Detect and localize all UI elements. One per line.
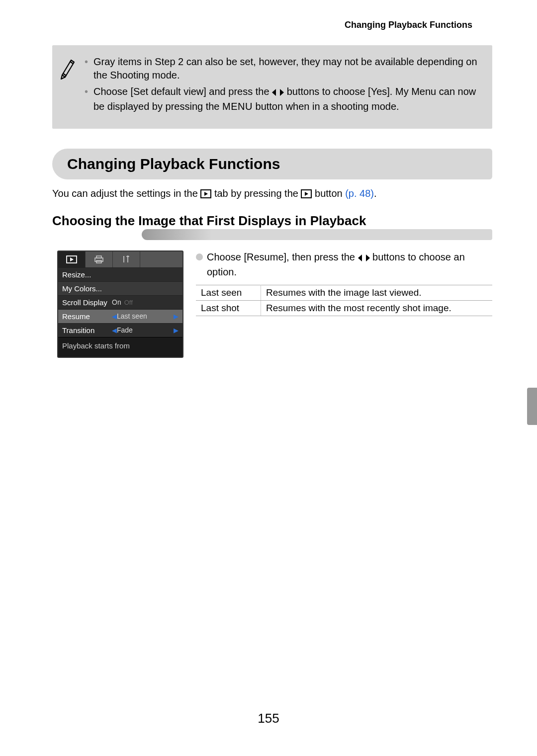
- tools-tab-icon: [113, 252, 140, 267]
- heading-bar: [142, 229, 492, 240]
- menu-item-transition: Transition ◀ Fade ▶: [58, 323, 182, 337]
- intro-text: You can adjust the settings in the tab b…: [52, 187, 492, 202]
- print-tab-icon: [86, 252, 113, 267]
- note-box: Gray items in Step 2 can also be set, ho…: [52, 45, 492, 129]
- note-text: Gray items in Step 2 can also be set, ho…: [93, 56, 477, 81]
- section-heading: Changing Playback Functions: [52, 149, 492, 179]
- subsection-heading: Choosing the Image that First Displays i…: [52, 213, 492, 229]
- right-arrow-icon: ▶: [174, 327, 179, 334]
- playback-button-icon: [301, 188, 312, 202]
- playback-tab-icon: [58, 252, 86, 267]
- menu-label: My Colors...: [62, 284, 112, 293]
- camera-tabs: [58, 252, 182, 267]
- options-table: Last seen Resumes with the image last vi…: [196, 285, 492, 316]
- menu-item-my-colors: My Colors...: [58, 281, 182, 295]
- page: Changing Playback Functions Gray items i…: [0, 0, 537, 756]
- table-row: Last seen Resumes with the image last vi…: [196, 285, 492, 300]
- menu-value: Fade: [117, 326, 133, 334]
- note-bullet-2: Choose [Set default view] and press the …: [85, 85, 481, 113]
- option-name: Last shot: [196, 300, 261, 316]
- option-desc: Resumes with the most recently shot imag…: [261, 300, 493, 316]
- page-number: 155: [0, 711, 537, 726]
- menu-label: Transition: [62, 326, 112, 335]
- left-right-arrows-icon: [272, 86, 284, 100]
- pencil-icon: [57, 56, 77, 82]
- menu-value: Last seen: [117, 312, 147, 320]
- menu-label: Scroll Display: [62, 298, 112, 307]
- instruction-bullet: Choose [Resume], then press the buttons …: [196, 251, 492, 279]
- menu-label: Resume: [62, 312, 112, 321]
- camera-menu-screenshot: Resize... My Colors... Scroll Display On…: [57, 251, 183, 358]
- side-tab: [527, 388, 537, 425]
- right-arrow-icon: ▶: [174, 313, 179, 320]
- page-reference-link[interactable]: (p. 48): [345, 188, 374, 199]
- option-desc: Resumes with the image last viewed.: [261, 285, 493, 300]
- menu-footer: Playback starts from: [58, 337, 182, 357]
- option-name: Last seen: [196, 285, 261, 300]
- playback-tab-icon: [200, 188, 211, 202]
- note-text: Choose [Set default view] and press the: [93, 86, 272, 97]
- note-bullet-1: Gray items in Step 2 can also be set, ho…: [85, 55, 481, 82]
- content-row: Resize... My Colors... Scroll Display On…: [57, 251, 492, 358]
- note-text: button when in a shooting mode.: [253, 101, 399, 112]
- running-header: Changing Playback Functions: [0, 20, 537, 45]
- menu-word: MENU: [222, 101, 253, 112]
- instruction-text: Choose [Resume], then press the: [207, 252, 358, 262]
- menu-item-resume: Resume ◀ Last seen ▶: [58, 309, 182, 323]
- intro-end: .: [374, 188, 377, 199]
- menu-label: Resize...: [62, 270, 112, 279]
- intro-mid: tab by pressing the: [211, 188, 301, 199]
- menu-item-resize: Resize...: [58, 267, 182, 281]
- menu-value: On: [112, 298, 121, 306]
- table-row: Last shot Resumes with the most recently…: [196, 300, 492, 316]
- left-arrow-icon: ◀: [112, 313, 117, 320]
- menu-item-scroll-display: Scroll Display On Off: [58, 295, 182, 309]
- menu-value-off: Off: [124, 299, 133, 306]
- intro-pre: You can adjust the settings in the: [52, 188, 200, 199]
- instruction-column: Choose [Resume], then press the buttons …: [196, 251, 492, 316]
- intro-post: button: [312, 188, 345, 199]
- subsection: Choosing the Image that First Displays i…: [52, 213, 492, 242]
- left-right-arrows-icon: [358, 252, 370, 265]
- left-arrow-icon: ◀: [112, 327, 117, 334]
